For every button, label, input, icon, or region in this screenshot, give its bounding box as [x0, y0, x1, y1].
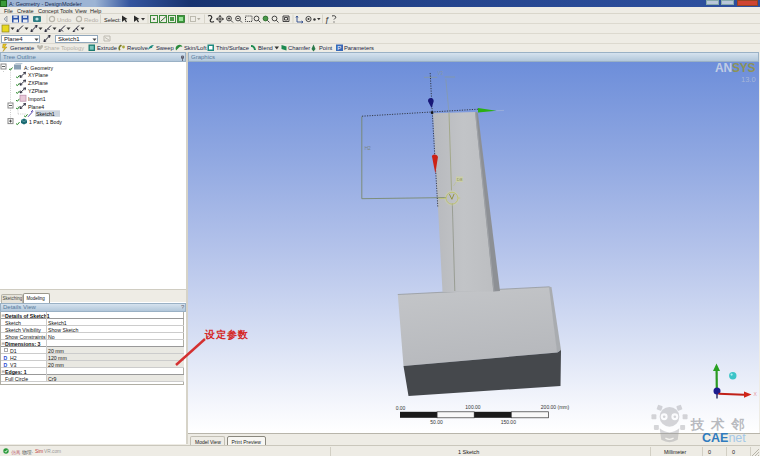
svg-text:V3: V3: [438, 71, 444, 76]
svg-text:Revolve: Revolve: [127, 45, 148, 51]
svg-text:Chamfer: Chamfer: [288, 45, 310, 51]
svg-text:ZXPlane: ZXPlane: [28, 80, 48, 86]
svg-text:0.00: 0.00: [396, 405, 406, 411]
svg-text:YZPlane: YZPlane: [28, 88, 48, 94]
svg-text:XYPlane: XYPlane: [28, 72, 48, 78]
svg-text:Blend: Blend: [258, 45, 273, 51]
svg-text:200.00 (mm): 200.00 (mm): [541, 404, 570, 410]
svg-text:ƒ: ƒ: [325, 16, 329, 24]
svg-text:D8: D8: [457, 177, 463, 182]
svg-text:Sketch1: Sketch1: [36, 111, 55, 117]
svg-text:Share Topology: Share Topology: [44, 45, 84, 51]
svg-text:Undo: Undo: [57, 17, 72, 23]
svg-text:Extrude: Extrude: [97, 45, 117, 51]
svg-text:Parameters: Parameters: [344, 45, 374, 51]
svg-text:Sweep: Sweep: [156, 45, 174, 51]
svg-text:A: Geometry: A: Geometry: [24, 65, 54, 71]
svg-text:Generate: Generate: [10, 45, 34, 51]
svg-text:150.00: 150.00: [501, 419, 517, 425]
svg-text:50.00: 50.00: [430, 419, 443, 425]
svg-text:100.00: 100.00: [465, 404, 481, 410]
svg-text:1 Part, 1 Body: 1 Part, 1 Body: [29, 119, 62, 125]
svg-text:X: X: [754, 391, 758, 397]
svg-text:Select:: Select:: [104, 17, 121, 23]
svg-text:Import1: Import1: [28, 96, 46, 102]
svg-text:Skin/Loft: Skin/Loft: [184, 45, 207, 51]
svg-text:P: P: [337, 45, 341, 51]
svg-text:H2: H2: [365, 145, 372, 151]
svg-text:Plane4: Plane4: [28, 104, 44, 110]
svg-text:Point: Point: [319, 45, 333, 51]
svg-text:Thin/Surface: Thin/Surface: [216, 45, 249, 51]
svg-text:Redo: Redo: [84, 17, 99, 23]
